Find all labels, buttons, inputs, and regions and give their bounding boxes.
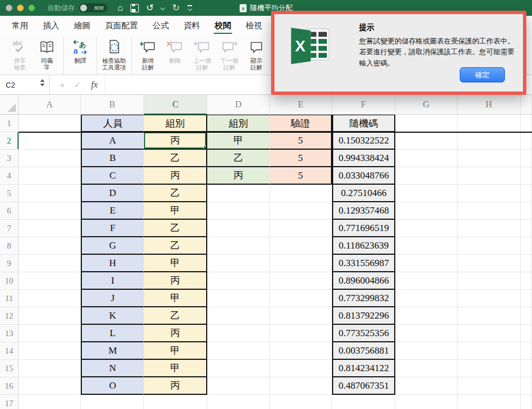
cell-H6[interactable] — [457, 202, 521, 220]
cell-G13[interactable] — [395, 325, 457, 342]
cell-G16[interactable] — [395, 377, 457, 395]
cell-C3[interactable]: 乙 — [144, 150, 207, 167]
cell-B1[interactable]: 人員 — [81, 115, 144, 132]
cell-H9[interactable] — [457, 255, 521, 272]
cell-F1[interactable]: 隨機碼 — [332, 115, 395, 132]
cell-A16[interactable] — [19, 377, 81, 395]
cell-C11[interactable]: 甲 — [144, 290, 207, 307]
cell-F15[interactable]: 0.814234122 — [332, 360, 395, 377]
cell-F8[interactable]: 0.118623639 — [332, 237, 395, 255]
cell-D9[interactable] — [207, 255, 270, 272]
row-header-16[interactable]: 16 — [0, 377, 19, 395]
check-accessibility-button[interactable]: 檢查協助 工具選項 — [101, 38, 127, 71]
tab-檢視[interactable]: 檢視 — [238, 16, 269, 35]
tab-校閱[interactable]: 校閱 — [207, 16, 238, 35]
column-header-B[interactable]: B — [81, 95, 144, 115]
cell-F3[interactable]: 0.994338424 — [332, 150, 395, 167]
cell-C4[interactable]: 丙 — [144, 167, 207, 185]
cell-G11[interactable] — [395, 290, 457, 307]
cell-C13[interactable]: 丙 — [144, 325, 207, 342]
cell-C17[interactable] — [144, 395, 207, 409]
tab-資料[interactable]: 資料 — [176, 16, 207, 35]
cell-B2[interactable]: A — [81, 132, 144, 150]
cell-A15[interactable] — [19, 360, 81, 377]
cell-F13[interactable]: 0.773525356 — [332, 325, 395, 342]
cell-F6[interactable]: 0.129357468 — [332, 202, 395, 220]
cell-D5[interactable] — [207, 185, 270, 202]
row-header-11[interactable]: 11 — [0, 290, 19, 307]
cell-D6[interactable] — [207, 202, 270, 220]
row-header-14[interactable]: 14 — [0, 342, 19, 360]
column-header-F[interactable]: F — [332, 95, 395, 115]
cell-H8[interactable] — [457, 237, 521, 255]
cell-H12[interactable] — [457, 307, 521, 325]
cell-H16[interactable] — [457, 377, 521, 395]
cell-A14[interactable] — [19, 342, 81, 360]
cell-G6[interactable] — [395, 202, 457, 220]
cell-A5[interactable] — [19, 185, 81, 202]
cell-E15[interactable] — [270, 360, 332, 377]
cell-C14[interactable]: 甲 — [144, 342, 207, 360]
cell-E14[interactable] — [270, 342, 332, 360]
row-header-5[interactable]: 5 — [0, 185, 19, 202]
cell-D7[interactable] — [207, 220, 270, 237]
cell-A17[interactable] — [19, 395, 81, 409]
enter-icon[interactable]: ✓ — [74, 80, 81, 90]
cell-D10[interactable] — [207, 272, 270, 290]
cell-H13[interactable] — [457, 325, 521, 342]
name-box-stepper[interactable] — [40, 79, 45, 86]
cell-B4[interactable]: C — [81, 167, 144, 185]
cell-E6[interactable] — [270, 202, 332, 220]
row-header-2[interactable]: 2 — [0, 132, 19, 150]
cell-C12[interactable]: 乙 — [144, 307, 207, 325]
tab-插入[interactable]: 插入 — [36, 16, 67, 35]
cell-A1[interactable] — [19, 115, 81, 132]
cell-E10[interactable] — [270, 272, 332, 290]
cell-H7[interactable] — [457, 220, 521, 237]
cell-H10[interactable] — [457, 272, 521, 290]
cell-G10[interactable] — [395, 272, 457, 290]
cell-C6[interactable]: 甲 — [144, 202, 207, 220]
cell-A12[interactable] — [19, 307, 81, 325]
cell-E1[interactable]: 驗證 — [270, 115, 332, 132]
tab-繪圖[interactable]: 繪圖 — [67, 16, 98, 35]
cell-F2[interactable]: 0.150322522 — [332, 132, 395, 150]
row-header-17[interactable]: 17 — [0, 395, 19, 409]
cell-C9[interactable]: 甲 — [144, 255, 207, 272]
cell-D8[interactable] — [207, 237, 270, 255]
cell-C1[interactable]: 組別 — [144, 115, 207, 132]
row-header-13[interactable]: 13 — [0, 325, 19, 342]
window-zoom-button[interactable] — [28, 5, 35, 11]
row-header-4[interactable]: 4 — [0, 167, 19, 185]
row-header-15[interactable]: 15 — [0, 360, 19, 377]
cell-H1[interactable] — [457, 115, 521, 132]
tab-常用[interactable]: 常用 — [5, 16, 36, 35]
column-header-G[interactable]: G — [395, 95, 457, 115]
cell-G12[interactable] — [395, 307, 457, 325]
insert-function-icon[interactable]: fx — [91, 80, 98, 90]
cell-G4[interactable] — [395, 167, 457, 185]
cell-H14[interactable] — [457, 342, 521, 360]
cell-G1[interactable] — [395, 115, 457, 132]
cell-G17[interactable] — [395, 395, 457, 409]
cell-C15[interactable]: 甲 — [144, 360, 207, 377]
undo-icon[interactable]: ↺ — [146, 3, 154, 12]
cell-A3[interactable] — [19, 150, 81, 167]
window-close-button[interactable] — [6, 5, 12, 11]
cell-F12[interactable]: 0.813792296 — [332, 307, 395, 325]
cell-G8[interactable] — [395, 237, 457, 255]
cell-D3[interactable]: 乙 — [207, 150, 270, 167]
autosave-toggle[interactable]: 關閉 — [79, 3, 107, 12]
cell-E9[interactable] — [270, 255, 332, 272]
column-header-A[interactable]: A — [19, 95, 81, 115]
cell-D14[interactable] — [207, 342, 270, 360]
cell-C16[interactable]: 丙 — [144, 377, 207, 395]
cell-C7[interactable]: 乙 — [144, 220, 207, 237]
cell-E4[interactable]: 5 — [270, 167, 332, 185]
row-header-10[interactable]: 10 — [0, 272, 19, 290]
cell-H5[interactable] — [457, 185, 521, 202]
cell-E16[interactable] — [270, 377, 332, 395]
cell-E5[interactable] — [270, 185, 332, 202]
cell-D17[interactable] — [207, 395, 270, 409]
cell-G2[interactable] — [395, 132, 457, 150]
